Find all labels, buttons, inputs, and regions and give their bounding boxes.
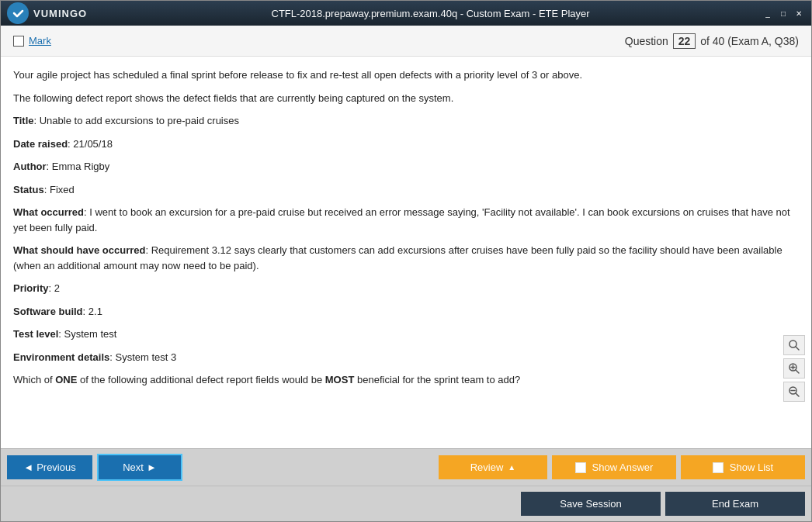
action-bar: Save Session End Exam bbox=[1, 486, 811, 521]
date-field: Date raised: 21/05/18 bbox=[13, 137, 799, 152]
priority-value: : 2 bbox=[49, 282, 60, 294]
svg-point-0 bbox=[11, 6, 25, 20]
author-value: : Emma Rigby bbox=[47, 161, 110, 172]
date-value: : 21/05/18 bbox=[68, 138, 113, 150]
minimize-button[interactable]: _ bbox=[762, 8, 774, 19]
title-field: Title: Unable to add excursions to pre-p… bbox=[13, 113, 799, 129]
review-arrow-icon: ▲ bbox=[508, 463, 515, 472]
testlevel-field: Test level: System test bbox=[13, 327, 799, 342]
mark-section: Mark bbox=[13, 35, 51, 47]
priority-field: Priority: 2 bbox=[13, 281, 799, 296]
occurred-label: What occurred bbox=[13, 206, 84, 218]
save-session-button[interactable]: Save Session bbox=[521, 492, 661, 516]
show-list-button[interactable]: Show List bbox=[681, 455, 805, 479]
should-field: What should have occurred: Requirement 3… bbox=[13, 243, 799, 273]
logo-icon bbox=[7, 2, 29, 24]
content-area: Your agile project has scheduled a final… bbox=[1, 57, 811, 448]
build-label: Software build bbox=[13, 306, 83, 317]
para2: The following defect report shows the de… bbox=[13, 91, 799, 106]
q-text2: of the following additional defect repor… bbox=[77, 374, 324, 385]
logo-area: VUMINGO bbox=[7, 2, 87, 24]
next-right-arrow: ► bbox=[147, 462, 157, 473]
title-value: : Unable to add excursions to pre-paid c… bbox=[34, 115, 239, 126]
window-controls: _ □ ✕ bbox=[762, 8, 805, 19]
title-bar: VUMINGO CTFL-2018.prepaway.premium.exam.… bbox=[1, 1, 811, 26]
status-value: : Fixed bbox=[44, 184, 75, 195]
show-answer-button[interactable]: Show Answer bbox=[552, 455, 676, 479]
env-value: : System test 3 bbox=[109, 351, 176, 363]
review-button[interactable]: Review ▲ bbox=[439, 455, 547, 479]
testlevel-value: : System test bbox=[58, 328, 116, 340]
zoom-out-button[interactable] bbox=[783, 382, 805, 402]
build-value: : 2.1 bbox=[83, 306, 102, 317]
env-field: Environment details: System test 3 bbox=[13, 350, 799, 365]
bottom-toolbar: ◄ Previous Next ► Review ▲ Show Answer S… bbox=[1, 448, 811, 486]
show-answer-checkbox bbox=[575, 462, 586, 473]
mark-bar: Mark Question 22 of 40 (Exam A, Q38) bbox=[1, 26, 811, 57]
review-label: Review bbox=[470, 462, 504, 473]
q-text1: Which of bbox=[13, 374, 55, 385]
zoom-in-button[interactable] bbox=[783, 358, 805, 379]
search-tool-button[interactable] bbox=[783, 335, 805, 355]
title-label: Title bbox=[13, 115, 34, 126]
occurred-value: : I went to book an excursion for a pre-… bbox=[13, 206, 790, 233]
show-list-label: Show List bbox=[730, 462, 773, 473]
show-list-checkbox bbox=[713, 462, 724, 473]
question-content: Your agile project has scheduled a final… bbox=[13, 67, 799, 388]
author-label: Author bbox=[13, 161, 47, 172]
q-one: ONE bbox=[55, 374, 77, 385]
app-window: VUMINGO CTFL-2018.prepaway.premium.exam.… bbox=[0, 0, 812, 522]
window-title: CTFL-2018.prepaway.premium.exam.40q - Cu… bbox=[99, 8, 762, 19]
env-label: Environment details bbox=[13, 351, 109, 363]
status-label: Status bbox=[13, 184, 44, 195]
svg-line-8 bbox=[796, 393, 799, 396]
logo-text: VUMINGO bbox=[33, 8, 87, 19]
restore-button[interactable]: □ bbox=[777, 8, 789, 19]
show-answer-label: Show Answer bbox=[592, 462, 654, 473]
status-field: Status: Fixed bbox=[13, 182, 799, 198]
question-total: of 40 (Exam A, Q38) bbox=[700, 35, 799, 47]
priority-label: Priority bbox=[13, 282, 49, 294]
question-number: 22 bbox=[673, 33, 696, 49]
end-exam-button[interactable]: End Exam bbox=[665, 492, 805, 516]
question-info: Question 22 of 40 (Exam A, Q38) bbox=[625, 33, 799, 49]
prev-label: Previous bbox=[36, 462, 76, 473]
prev-left-arrow: ◄ bbox=[23, 462, 33, 473]
side-tools bbox=[783, 335, 805, 402]
mark-checkbox[interactable] bbox=[13, 36, 24, 47]
should-label: What should have occurred bbox=[13, 244, 145, 256]
svg-line-2 bbox=[796, 347, 799, 350]
main-question: Which of ONE of the following additional… bbox=[13, 372, 799, 388]
next-button[interactable]: Next ► bbox=[97, 454, 182, 481]
next-label: Next bbox=[123, 462, 144, 473]
build-field: Software build: 2.1 bbox=[13, 304, 799, 320]
testlevel-label: Test level bbox=[13, 328, 58, 340]
date-label: Date raised bbox=[13, 138, 68, 150]
close-button[interactable]: ✕ bbox=[793, 8, 805, 19]
previous-button[interactable]: ◄ Previous bbox=[7, 455, 92, 479]
q-most: MOST bbox=[325, 374, 355, 385]
question-label: Question bbox=[625, 35, 668, 47]
occurred-field: What occurred: I went to book an excursi… bbox=[13, 205, 799, 235]
mark-label[interactable]: Mark bbox=[29, 35, 51, 47]
author-field: Author: Emma Rigby bbox=[13, 159, 799, 175]
q-text3: beneficial for the sprint team to add? bbox=[354, 374, 520, 385]
svg-line-4 bbox=[796, 370, 799, 373]
para1: Your agile project has scheduled a final… bbox=[13, 67, 799, 83]
